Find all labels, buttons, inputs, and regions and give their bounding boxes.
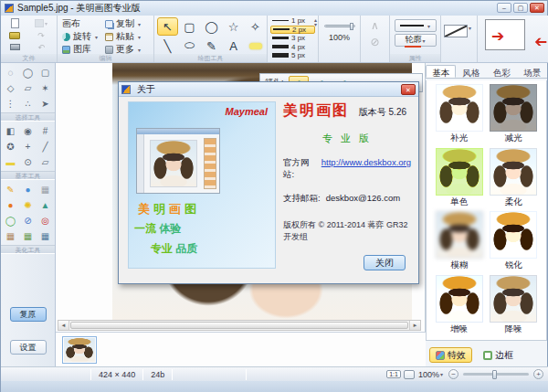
width-option-5px[interactable]: 5 px [270, 51, 315, 60]
zoom-out-button[interactable]: − [448, 369, 458, 379]
pencil-tool-button[interactable]: ✎ [201, 37, 222, 55]
maximize-button[interactable]: ▢ [513, 3, 528, 13]
ellipse-select-icon[interactable]: ◯ [20, 66, 37, 79]
tab-color[interactable]: 色彩 [487, 65, 517, 78]
hand-tool-icon[interactable]: + [20, 140, 37, 154]
dotted-select-icon[interactable]: ⋮ [3, 97, 19, 111]
angle-tool-button[interactable]: ∧ [364, 17, 386, 34]
width-option-2px[interactable]: 2 px [270, 26, 315, 35]
photo-chip-icon[interactable]: ▦ [20, 229, 37, 243]
star-tool-button[interactable]: ☆ [223, 17, 244, 36]
freeform-select-icon[interactable]: ▱ [20, 81, 37, 95]
green-ring-icon[interactable]: ◯ [3, 214, 19, 228]
open-file-button[interactable] [4, 29, 26, 41]
canvas-button[interactable]: 画布 [60, 17, 100, 30]
scatter-select-icon[interactable]: ∴ [20, 97, 37, 111]
restore-button[interactable]: 复原 [10, 307, 47, 322]
width-option-1px[interactable]: 1 px [270, 16, 315, 26]
magnifier-tool-icon[interactable]: ⊙ [20, 155, 37, 169]
dialog-title-bar[interactable]: 关于 ✕ [119, 82, 418, 97]
print-button[interactable] [4, 41, 26, 53]
fit-window-button[interactable] [404, 370, 415, 379]
filter-item-blur[interactable]: 模糊 [432, 211, 487, 273]
cross-line-icon[interactable] [444, 25, 468, 37]
filter-thumbnail[interactable] [490, 84, 537, 132]
gradient-tool-icon[interactable]: ◧ [3, 124, 19, 138]
eraser-tool-icon[interactable]: ▱ [37, 155, 54, 169]
lasso-tool-icon[interactable]: ◌ [3, 66, 19, 79]
horizontal-scrollbar[interactable]: ◄ ► [58, 320, 421, 331]
close-button[interactable]: ✕ [530, 3, 544, 13]
filter-thumbnail[interactable] [436, 275, 483, 323]
scroll-left-icon[interactable]: ◄ [58, 321, 69, 330]
texture-icon[interactable]: ▦ [37, 183, 54, 196]
star4-tool-button[interactable]: ✧ [245, 17, 266, 36]
width-option-4px[interactable]: 4 px [270, 43, 315, 52]
title-bar[interactable]: Sample5.jpg - 美明画图专业版 – ▢ ✕ [1, 1, 547, 16]
dialog-close-button[interactable]: 关闭 [364, 255, 406, 270]
filter-thumbnail[interactable] [490, 211, 537, 259]
filter-item-denoise[interactable]: 降噪 [487, 275, 542, 337]
settings-button[interactable]: 设置 [10, 340, 47, 355]
zoom-caret-icon[interactable]: ▾ [440, 371, 443, 377]
save-button[interactable]: ▾ [27, 17, 55, 29]
undo-button[interactable]: ↶ [27, 41, 55, 53]
filter-thumbnail[interactable] [436, 148, 483, 196]
filter-thumbnail[interactable] [490, 275, 537, 323]
text-tool-button[interactable]: A [223, 37, 244, 55]
tab-style[interactable]: 风格 [456, 65, 486, 78]
filter-item-add-noise[interactable]: 增噪 [432, 275, 487, 337]
ellipse-tool-button[interactable]: ◯ [201, 17, 222, 36]
pen-beauty-icon[interactable]: ✎ [3, 183, 19, 196]
filter-item-soften[interactable]: 柔化 [487, 148, 542, 210]
crop-tool-icon[interactable]: # [37, 124, 54, 138]
width-spinner[interactable]: ▴▾ [314, 18, 317, 27]
waterdrop-icon[interactable]: ● [20, 183, 37, 196]
callout-tool-button[interactable]: ⬭ [179, 37, 200, 55]
image-thumbnail[interactable] [62, 336, 97, 364]
filter-thumbnail[interactable] [490, 148, 537, 196]
line-style-dropdown[interactable]: ▾ [395, 19, 437, 32]
sparkle-icon[interactable]: ✺ [20, 198, 37, 212]
zoom-in-button[interactable]: + [533, 369, 543, 379]
scrollbar-thumb[interactable] [70, 322, 408, 329]
border-toggle[interactable]: 边框 [478, 347, 519, 363]
move-cursor-icon[interactable]: ➤ [37, 97, 54, 111]
filter-item-monochrome[interactable]: 单色 [432, 148, 487, 210]
rotate-button[interactable]: 旋转▾ [60, 30, 100, 43]
magic-wand-icon[interactable]: ✶ [37, 81, 54, 95]
arrow-tool-button[interactable]: ↖ [157, 17, 178, 36]
slope-tool-icon[interactable]: ╱ [37, 140, 54, 154]
minimize-button[interactable]: – [497, 3, 511, 13]
opacity-slider-handle[interactable] [350, 23, 353, 30]
target-icon[interactable]: ◎ [37, 214, 54, 228]
scroll-right-icon[interactable]: ► [409, 321, 420, 330]
rectangle-tool-button[interactable]: ▢ [179, 17, 200, 36]
filter-thumbnail[interactable] [436, 84, 483, 132]
dialog-close-icon[interactable]: ✕ [401, 84, 416, 95]
website-link[interactable]: http://www.deskbox.org [321, 157, 411, 181]
actual-size-button[interactable]: 1:1 [386, 370, 401, 378]
highlight-tool-icon[interactable]: ▬ [3, 155, 19, 169]
line-tool-button[interactable]: ╲ [157, 37, 178, 55]
stamp-tool-icon[interactable]: ✪ [3, 140, 19, 154]
orange-dot-icon[interactable]: ● [3, 198, 19, 212]
new-file-button[interactable] [4, 17, 26, 29]
outline-color-button[interactable]: 轮廓▾ [395, 34, 437, 47]
filter-item-sharpen[interactable]: 锐化 [487, 211, 542, 273]
effects-toggle[interactable]: 特效 [429, 347, 472, 363]
copy-button[interactable]: 复制▾ [103, 17, 142, 30]
filter-thumbnail[interactable] [436, 211, 483, 259]
redo-button[interactable]: ↷ [27, 29, 55, 41]
zoom-slider-handle[interactable] [492, 370, 497, 379]
slash-ring-icon[interactable]: ⊘ [20, 214, 37, 228]
opacity-slider[interactable] [324, 25, 355, 27]
highlighter-tool-button[interactable] [245, 37, 266, 55]
photo-chip-icon[interactable]: ▦ [3, 229, 19, 243]
paste-button[interactable]: 粘贴▾ [103, 30, 142, 43]
polygon-select-icon[interactable]: ◇ [3, 81, 19, 95]
rect-select-icon[interactable]: ▢ [37, 66, 54, 79]
mountain-icon[interactable]: ▲ [37, 198, 54, 212]
zoom-slider[interactable] [463, 373, 529, 376]
filter-item-fill-light[interactable]: 补光 [432, 84, 487, 146]
